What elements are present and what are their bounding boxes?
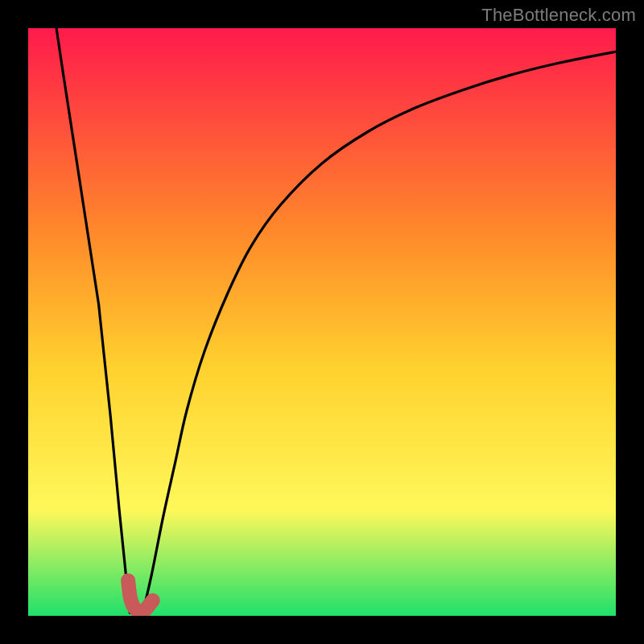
gradient-background [28,28,616,616]
chart-frame: TheBottleneck.com [0,0,644,644]
plot-area [28,28,616,616]
watermark-text: TheBottleneck.com [481,5,636,26]
chart-svg [28,28,616,616]
